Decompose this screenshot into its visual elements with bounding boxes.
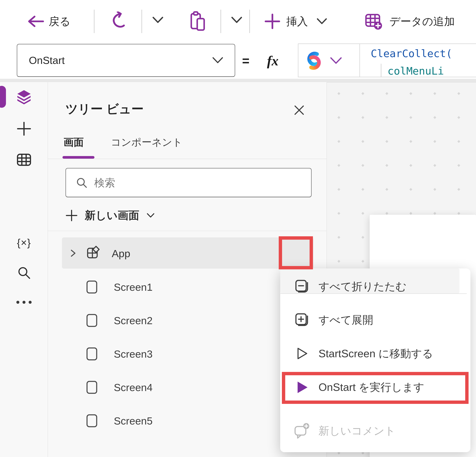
toolbar-divider: [94, 10, 94, 33]
plus-icon: [264, 13, 281, 30]
undo-button[interactable]: [111, 11, 127, 31]
divider: [48, 159, 327, 159]
tree-item-label: Screen2: [114, 315, 153, 327]
tree-item-label: Screen4: [114, 381, 153, 393]
tree-item-screen[interactable]: Screen5: [62, 407, 314, 435]
tree-item-label: Screen5: [114, 415, 153, 427]
formula-editor[interactable]: ClearCollect( colMenuLi: [360, 43, 476, 77]
rail-add-button[interactable]: [0, 115, 48, 143]
app-context-menu: すべて折りたたむ すべて展開 StartScreen に移動する OnStart…: [280, 268, 470, 452]
collapse-all-icon: [294, 279, 311, 295]
rail-search-button[interactable]: [0, 259, 48, 287]
screen-icon: [86, 280, 98, 294]
tree-item-label: Screen3: [114, 348, 153, 360]
expand-chevron-icon[interactable]: [70, 249, 76, 258]
formula-line-1: ClearCollect(: [371, 47, 452, 59]
rail-data-button[interactable]: [0, 146, 48, 174]
variables-icon: {×}: [17, 236, 31, 249]
formula-bar: OnStart = fx Cle: [0, 43, 476, 79]
rail-more-button[interactable]: [0, 288, 48, 316]
tab-components[interactable]: コンポーネント: [111, 136, 183, 149]
more-horizontal-icon: [16, 300, 32, 304]
divider: [48, 231, 327, 231]
property-selector-value: OnStart: [29, 44, 65, 76]
play-outline-icon: [294, 346, 311, 361]
screen-icon: [86, 347, 98, 361]
add-data-label: データの追加: [389, 0, 455, 43]
layers-icon: [16, 89, 32, 105]
close-panel-button[interactable]: [294, 105, 305, 116]
chevron-down-icon: [316, 17, 328, 25]
expand-all-icon: [294, 312, 311, 328]
menu-item-label: すべて展開: [319, 313, 373, 327]
toolbar-divider: [249, 10, 250, 33]
chevron-down-icon: [146, 213, 155, 218]
add-data-button[interactable]: データの追加: [365, 0, 455, 43]
section-divider: [0, 79, 476, 82]
paste-clipboard-icon: [189, 11, 206, 32]
tree-search-box[interactable]: [66, 168, 312, 197]
table-grid-icon: [17, 153, 31, 166]
tab-screens[interactable]: 画面: [64, 136, 84, 149]
active-tab-indicator: [62, 156, 94, 159]
screen-icon: [86, 381, 98, 394]
plus-icon: [17, 121, 31, 136]
menu-item-label: StartScreen に移動する: [319, 347, 433, 361]
rail-tree-view-button[interactable]: [0, 83, 48, 111]
tree-item-screen[interactable]: Screen4: [62, 374, 314, 401]
menu-item-new-comment: 新しいコメント: [280, 417, 470, 445]
screen-icon: [86, 414, 98, 428]
left-nav-rail: {×}: [0, 82, 48, 457]
chevron-down-icon: [230, 16, 243, 24]
plus-icon: [66, 209, 78, 222]
insert-label: 挿入: [286, 0, 308, 43]
top-toolbar: 戻る 挿入: [0, 0, 476, 43]
annotation-box-more-button: [279, 236, 313, 269]
add-data-table-icon: [365, 12, 383, 31]
copilot-chevron-icon[interactable]: [329, 56, 343, 65]
search-icon: [17, 266, 31, 280]
search-icon: [76, 177, 88, 189]
tree-item-label: App: [112, 248, 130, 259]
tree-item-app[interactable]: App: [62, 237, 314, 269]
copilot-button[interactable]: [298, 43, 360, 77]
back-label: 戻る: [49, 0, 70, 43]
annotation-box-run-onstart: [282, 372, 468, 404]
tree-item-screen[interactable]: Screen3: [62, 340, 314, 368]
equals-sign: =: [242, 43, 249, 79]
tree-item-screen[interactable]: Screen1: [62, 273, 314, 301]
new-screen-button[interactable]: 新しい画面: [66, 207, 155, 224]
panel-title: ツリー ビュー: [66, 101, 144, 117]
new-screen-label: 新しい画面: [85, 208, 139, 223]
undo-menu-chevron[interactable]: [152, 16, 164, 24]
copilot-icon: [304, 51, 324, 70]
powerapps-studio: 戻る 挿入: [0, 0, 476, 457]
chevron-down-icon: [152, 16, 164, 24]
menu-item-collapse-all[interactable]: すべて折りたたむ: [280, 273, 470, 300]
menu-item-expand-all[interactable]: すべて展開: [280, 306, 470, 334]
indent-guide: [381, 64, 381, 77]
formula-line-2: colMenuLi: [388, 65, 444, 77]
paste-menu-chevron[interactable]: [230, 16, 243, 24]
toolbar-divider: [221, 10, 221, 33]
search-input[interactable]: [94, 170, 299, 195]
chevron-down-icon: [212, 56, 224, 65]
menu-item-label: 新しいコメント: [319, 424, 395, 438]
rail-variables-button[interactable]: {×}: [0, 229, 48, 256]
tree-item-label: Screen1: [114, 281, 153, 293]
tree-item-screen[interactable]: Screen2: [62, 307, 314, 334]
menu-item-goto-startscreen[interactable]: StartScreen に移動する: [280, 340, 470, 368]
toolbar-divider: [142, 10, 142, 33]
back-button[interactable]: 戻る: [27, 0, 70, 43]
screen-icon: [86, 314, 98, 327]
back-arrow-icon: [27, 15, 45, 28]
paste-button[interactable]: [189, 11, 206, 32]
undo-icon: [111, 11, 127, 31]
close-icon: [294, 105, 305, 116]
menu-item-label: すべて折りたたむ: [319, 279, 407, 294]
property-selector[interactable]: OnStart: [17, 44, 235, 77]
insert-button[interactable]: 挿入: [264, 0, 328, 43]
comment-add-icon: [294, 423, 311, 439]
app-icon: [85, 246, 101, 261]
fx-icon: fx: [267, 43, 279, 79]
